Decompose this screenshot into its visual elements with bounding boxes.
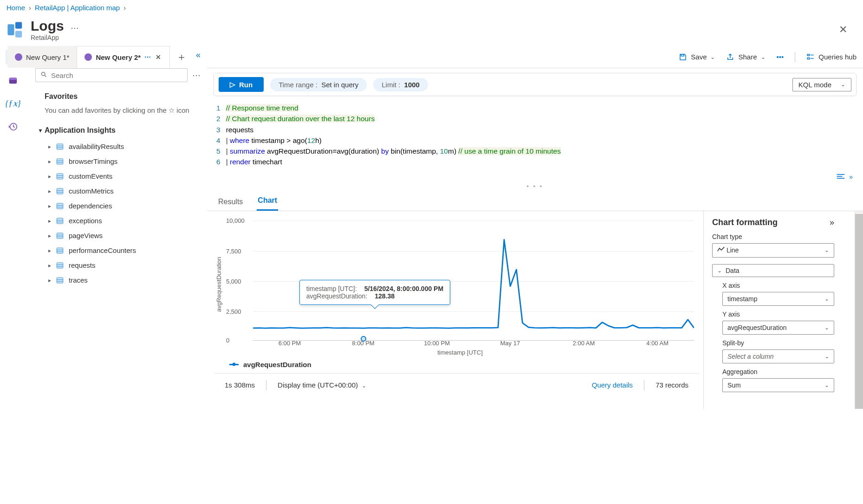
y-axis-label: avgRequestDuration: [214, 215, 223, 354]
fmt-yaxis-select[interactable]: avgRequestDuration⌄: [722, 321, 834, 335]
tab-more-icon[interactable]: ⋯: [144, 53, 151, 61]
fmt-aggregation-select[interactable]: Sum⌄: [722, 378, 834, 392]
fmt-xaxis-select[interactable]: timestamp⌄: [722, 292, 834, 306]
editor-gutter: 123456: [207, 103, 226, 168]
breadcrumb: Home › RetailApp | Application map ›: [0, 0, 863, 15]
display-time-select[interactable]: Display time (UTC+00:00) ⌄: [278, 381, 366, 389]
queries-hub-icon: [806, 53, 815, 61]
scrollbar[interactable]: [855, 211, 863, 409]
kql-mode-select[interactable]: KQL mode⌄: [792, 78, 851, 91]
word-wrap-icon[interactable]: [836, 173, 845, 181]
tree-item[interactable]: ▸requests: [35, 258, 201, 273]
chevron-down-icon: ⌄: [824, 324, 829, 331]
fmt-yaxis-label: Y axis: [712, 310, 834, 318]
rail-queries-icon[interactable]: [6, 73, 20, 88]
search-input[interactable]: [51, 71, 182, 79]
svg-rect-43: [808, 58, 810, 59]
status-bar: 1s 308ms Display time (UTC+00:00) ⌄ Quer…: [214, 373, 699, 397]
chevron-down-icon: ⌄: [717, 267, 722, 274]
svg-rect-23: [57, 203, 63, 209]
chart-legend: avgRequestDuration: [214, 354, 699, 368]
logs-icon: [6, 21, 24, 39]
tab-close-icon[interactable]: ✕: [155, 53, 162, 61]
query-details-link[interactable]: Query details: [592, 381, 633, 389]
fmt-data-section[interactable]: ⌄ Data: [712, 264, 834, 277]
collapse-sidebar-icon[interactable]: »: [196, 51, 201, 61]
x-tick: 4:00 AM: [646, 340, 668, 347]
toolbar-more-icon[interactable]: •••: [777, 53, 784, 61]
limit-pill[interactable]: Limit : 1000: [373, 78, 428, 91]
query-tab-label: New Query 1*: [26, 53, 69, 61]
expand-icon[interactable]: »: [849, 173, 853, 181]
main-content: New Query 1* New Query 2* ⋯ ✕ ＋ Save⌄ Sh…: [207, 46, 863, 409]
tree-item[interactable]: ▸dependencies: [35, 199, 201, 213]
query-editor[interactable]: 123456 // Response time trend // Chart r…: [207, 101, 863, 171]
table-icon: [56, 246, 64, 255]
y-tick: 0: [226, 336, 229, 343]
tree-item-label: performanceCounters: [69, 246, 136, 254]
tree-item-label: dependencies: [69, 202, 112, 210]
tree-root-label: Application Insights: [45, 126, 116, 135]
breadcrumb-sep: ›: [29, 4, 31, 12]
caret-right-icon: ▸: [48, 247, 51, 254]
editor-code[interactable]: // Response time trend // Chart request …: [226, 103, 863, 168]
tree-item[interactable]: ▸performanceCounters: [35, 243, 201, 258]
favorites-hint: You can add favorites by clicking on the…: [35, 105, 201, 124]
time-range-pill[interactable]: Time range : Set in query: [270, 78, 367, 91]
close-blade-icon[interactable]: ✕: [839, 24, 847, 36]
tree-item[interactable]: ▸pageViews: [35, 228, 201, 243]
y-tick: 2,500: [226, 308, 241, 315]
caret-down-icon: ▾: [39, 127, 42, 134]
breadcrumb-home[interactable]: Home: [6, 4, 25, 12]
query-tab-2[interactable]: New Query 2* ⋯ ✕: [77, 46, 170, 68]
caret-right-icon: ▸: [48, 277, 51, 284]
fmt-chart-type-select[interactable]: Line⌄: [712, 243, 834, 258]
chart-formatting-panel: Chart formatting » Chart type Line⌄ ⌄ Da…: [703, 211, 843, 409]
fmt-splitby-select[interactable]: Select a column⌄: [722, 349, 834, 363]
page-title-more-icon[interactable]: ⋯: [71, 23, 79, 33]
search-more-icon[interactable]: ⋯: [192, 70, 201, 80]
svg-rect-11: [57, 144, 63, 149]
tree-item-label: customEvents: [69, 172, 112, 180]
svg-rect-1: [15, 22, 22, 28]
tree-item[interactable]: ▸availabilityResults: [35, 139, 201, 154]
tree-item[interactable]: ▸exceptions: [35, 213, 201, 228]
rail-history-icon[interactable]: [6, 119, 20, 134]
breadcrumb-appmap[interactable]: RetailApp | Application map: [35, 4, 120, 12]
svg-rect-17: [57, 174, 63, 179]
table-icon: [56, 187, 64, 195]
table-icon: [56, 157, 64, 166]
add-tab-icon[interactable]: ＋: [170, 50, 193, 64]
tree-item[interactable]: ▸traces: [35, 273, 201, 288]
table-icon: [56, 232, 64, 240]
svg-rect-26: [57, 218, 63, 224]
query-tab-1[interactable]: New Query 1*: [7, 46, 77, 68]
share-button[interactable]: Share⌄: [726, 53, 765, 61]
caret-right-icon: ▸: [48, 218, 51, 224]
chevron-down-icon: ⌄: [362, 382, 366, 389]
chart-tooltip: timestamp [UTC]:5/16/2024, 8:00:00.000 P…: [299, 280, 450, 305]
star-icon: ☆: [169, 106, 175, 114]
resize-grip[interactable]: • • •: [207, 183, 863, 192]
share-icon: [726, 53, 734, 61]
fmt-aggregation-label: Aggregation: [712, 368, 834, 375]
search-box[interactable]: [35, 68, 188, 82]
save-button[interactable]: Save⌄: [679, 53, 715, 61]
chevron-down-icon: ⌄: [824, 353, 829, 360]
caret-right-icon: ▸: [48, 173, 51, 180]
run-button[interactable]: ▷ Run: [219, 77, 264, 92]
fmt-collapse-icon[interactable]: »: [830, 218, 834, 227]
chart-area[interactable]: avgRequestDuration 10,000 7,500 5,000 2,…: [214, 215, 699, 354]
rail-functions-icon[interactable]: {ƒ𝑥}: [6, 96, 20, 111]
tree-item[interactable]: ▸customMetrics: [35, 184, 201, 199]
play-icon: ▷: [230, 80, 235, 89]
x-tick: May 17: [500, 340, 520, 347]
tree-item[interactable]: ▸browserTimings: [35, 154, 201, 169]
chevron-down-icon: ⌄: [824, 247, 829, 253]
tree-item[interactable]: ▸customEvents: [35, 169, 201, 184]
chart-tab[interactable]: Chart: [257, 192, 278, 211]
x-axis-label: timestamp [UTC]: [437, 349, 483, 356]
queries-hub-button[interactable]: Queries hub: [806, 53, 857, 61]
tree-root-app-insights[interactable]: ▾ Application Insights: [35, 124, 201, 139]
results-tab[interactable]: Results: [217, 193, 244, 211]
